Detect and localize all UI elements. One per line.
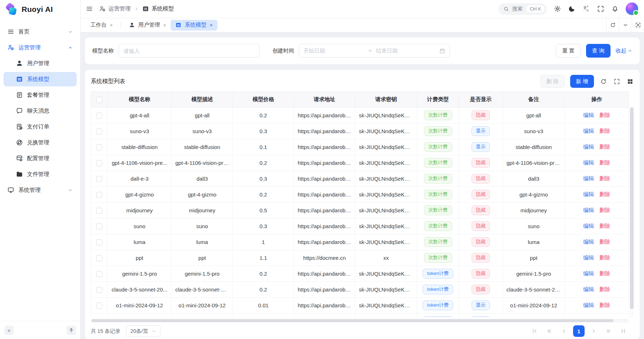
billing-type-badge: 次数计费	[424, 110, 452, 120]
delete-link[interactable]: 删除	[599, 286, 610, 292]
row-checkbox[interactable]	[96, 160, 102, 166]
row-checkbox[interactable]	[96, 144, 102, 150]
previous-page-button[interactable]	[558, 325, 570, 337]
breadcrumb-item-operations[interactable]: 运营管理	[99, 5, 131, 13]
user-avatar[interactable]	[626, 3, 638, 15]
refresh-tab-button[interactable]	[606, 18, 619, 32]
next-page-button[interactable]	[588, 325, 599, 337]
sidebar-item-package-management[interactable]: 套餐管理	[4, 88, 77, 102]
delete-link[interactable]: 删除	[599, 223, 610, 229]
vertical-scrollbar-thumb[interactable]	[630, 107, 634, 309]
horizontal-scrollbar-thumb[interactable]	[91, 319, 613, 322]
row-checkbox[interactable]	[96, 208, 102, 214]
edit-link[interactable]: 编辑	[583, 302, 594, 308]
delete-link[interactable]: 删除	[599, 239, 610, 245]
expand-table-button[interactable]	[613, 77, 621, 85]
sidebar-item-system-management[interactable]: 系统管理	[4, 183, 77, 197]
tab-options-chevron[interactable]	[619, 18, 631, 32]
row-checkbox[interactable]	[96, 192, 102, 198]
edit-link[interactable]: 编辑	[583, 128, 594, 134]
content-fullscreen-button[interactable]	[631, 18, 644, 32]
edit-link[interactable]: 编辑	[583, 144, 594, 150]
select-all-checkbox[interactable]	[96, 97, 102, 103]
delete-selected-button[interactable]: 删 除	[540, 75, 565, 88]
pin-button[interactable]	[67, 326, 76, 335]
row-checkbox[interactable]	[96, 287, 102, 293]
delete-link[interactable]: 删除	[599, 128, 610, 134]
row-checkbox[interactable]	[96, 128, 102, 135]
edit-link[interactable]: 编辑	[583, 175, 594, 181]
close-icon[interactable]: ×	[210, 23, 212, 28]
notifications-bell-icon[interactable]	[611, 5, 619, 13]
global-search[interactable]: 搜索 Ctrl K	[499, 3, 547, 15]
language-translate-icon[interactable]: 文A	[582, 5, 590, 13]
close-icon[interactable]: ×	[110, 23, 113, 28]
edit-link[interactable]: 编辑	[583, 286, 594, 292]
cell-billing-type: token计费	[417, 282, 459, 298]
page-size-select[interactable]: 20条/页	[126, 325, 161, 337]
settings-gear-icon[interactable]	[554, 5, 561, 13]
sidebar-item-payment-orders[interactable]: 支付订单	[4, 119, 77, 134]
reset-button[interactable]: 重 置	[556, 44, 581, 58]
current-page-button[interactable]: 1	[573, 325, 585, 337]
row-checkbox[interactable]	[96, 239, 102, 245]
delete-link[interactable]: 删除	[599, 270, 610, 276]
dark-mode-moon-icon[interactable]	[568, 5, 576, 13]
model-name-input[interactable]	[118, 44, 260, 58]
edit-link[interactable]: 编辑	[583, 112, 594, 118]
edit-link[interactable]: 编辑	[583, 223, 594, 229]
close-icon[interactable]: ×	[163, 23, 166, 28]
fullscreen-icon[interactable]	[597, 5, 604, 13]
delete-link[interactable]: 删除	[599, 207, 610, 213]
row-checkbox[interactable]	[96, 271, 102, 277]
jump-forward-button[interactable]	[603, 325, 614, 337]
jump-back-button[interactable]	[544, 325, 555, 337]
delete-link[interactable]: 删除	[599, 112, 610, 118]
delete-link[interactable]: 删除	[599, 175, 610, 181]
sidebar-item-operations[interactable]: 运营管理	[4, 40, 77, 55]
sidebar-item-home[interactable]: 首页	[4, 24, 77, 39]
sidebar-item-system-model[interactable]: 系统模型	[4, 72, 77, 86]
table-container: 模型名称 模型描述 模型价格 请求地址 请求密钥 计费类型 是否显示 备注 操作	[91, 91, 634, 317]
cell-billing-type: 次数计费	[417, 155, 459, 171]
delete-link[interactable]: 删除	[599, 191, 610, 197]
row-checkbox[interactable]	[96, 176, 102, 182]
date-range-picker[interactable]: 开始日期 结束日期	[299, 44, 450, 58]
refresh-table-button[interactable]	[599, 77, 607, 85]
tab-workbench[interactable]: 工作台×	[86, 20, 117, 31]
horizontal-scrollbar[interactable]	[91, 319, 629, 322]
sidebar-item-config-management[interactable]: 配置管理	[4, 151, 77, 166]
edit-link[interactable]: 编辑	[583, 239, 594, 245]
sidebar-item-file-management[interactable]: 文件管理	[4, 167, 77, 181]
edit-link[interactable]: 编辑	[583, 207, 594, 213]
sidebar-item-redeem-management[interactable]: 兑换管理	[4, 135, 77, 150]
last-page-button[interactable]	[617, 325, 629, 337]
column-header: 是否显示	[459, 92, 503, 108]
delete-link[interactable]: 删除	[599, 302, 610, 308]
hamburger-menu-icon[interactable]	[86, 5, 93, 13]
sidebar-collapse-button[interactable]: «	[4, 326, 14, 335]
edit-link[interactable]: 编辑	[583, 191, 594, 197]
row-checkbox[interactable]	[96, 255, 102, 261]
sidebar-item-user-management[interactable]: 用户管理	[4, 56, 77, 71]
tab-user-management[interactable]: 用户管理×	[124, 20, 171, 31]
row-checkbox[interactable]	[96, 303, 102, 309]
add-button[interactable]: 新 增	[570, 75, 594, 88]
edit-link[interactable]: 编辑	[583, 159, 594, 166]
row-checkbox[interactable]	[96, 223, 102, 230]
first-page-button[interactable]	[529, 325, 540, 337]
edit-link[interactable]: 编辑	[583, 270, 594, 276]
query-button[interactable]: 查 询	[586, 44, 611, 58]
delete-link[interactable]: 删除	[599, 144, 610, 150]
collapse-filters-link[interactable]: 收起	[616, 48, 632, 54]
row-checkbox[interactable]	[96, 113, 102, 119]
delete-link[interactable]: 删除	[599, 254, 610, 261]
sidebar-item-chat-messages[interactable]: 聊天消息	[4, 104, 77, 118]
tab-system-model[interactable]: 系统模型×	[171, 20, 217, 31]
vertical-scrollbar[interactable]	[630, 107, 634, 317]
delete-link[interactable]: 删除	[599, 159, 610, 166]
column-settings-button[interactable]	[626, 77, 634, 85]
cell-request-key: sk-JIUQLNndqSeKWU...	[355, 123, 417, 139]
edit-link[interactable]: 编辑	[583, 254, 594, 261]
breadcrumb-item-system-model[interactable]: 系统模型	[142, 5, 174, 13]
